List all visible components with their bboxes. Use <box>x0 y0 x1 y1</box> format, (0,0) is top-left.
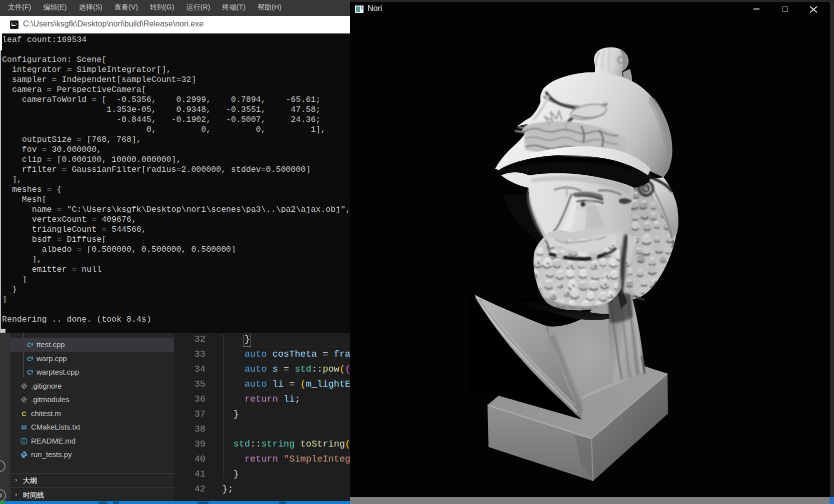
svg-text:C: C <box>27 369 32 376</box>
svg-text:M: M <box>22 424 27 431</box>
svg-text:C: C <box>22 410 26 417</box>
svg-text:C: C <box>27 342 32 349</box>
svg-text:C: C <box>27 355 32 362</box>
